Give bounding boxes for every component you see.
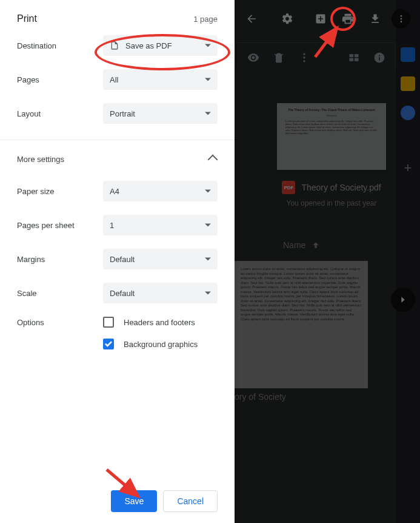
calendar-icon[interactable] <box>401 47 415 62</box>
destination-value: Save as PDF <box>125 41 172 50</box>
checkbox-empty-icon <box>103 317 114 328</box>
dialog-title: Print <box>17 13 37 24</box>
more-settings-toggle[interactable]: More settings <box>0 155 235 164</box>
destination-label: Destination <box>17 41 103 50</box>
pages-per-sheet-label: Pages per sheet <box>17 221 103 230</box>
print-icon[interactable] <box>337 8 358 30</box>
background-graphics-checkbox[interactable]: Background graphics <box>103 339 218 349</box>
paper-size-label: Paper size <box>17 187 103 196</box>
page-count: 1 page <box>193 15 218 24</box>
visibility-icon[interactable] <box>247 52 259 64</box>
chevron-down-icon <box>205 190 211 193</box>
chevron-up-icon <box>208 154 218 164</box>
page-preview: Lorem ipsum dolor sit amet, consectetur … <box>235 261 368 388</box>
open-info: You opened in the past year <box>247 199 416 208</box>
scale-select[interactable]: Default <box>103 283 218 303</box>
options-label: Options <box>17 317 103 327</box>
pages-label: Pages <box>17 75 103 84</box>
download-icon[interactable] <box>368 12 382 26</box>
chevron-down-icon <box>205 292 211 295</box>
sort-label: Name <box>283 240 305 250</box>
next-fab[interactable] <box>391 288 415 312</box>
chevron-down-icon <box>205 44 211 47</box>
doc-thumbnail: The Theory of Society: The Grand Thesis … <box>277 103 386 170</box>
doc-card: The Theory of Society: The Grand Thesis … <box>247 103 416 208</box>
info-icon[interactable] <box>373 52 385 64</box>
layout-select[interactable]: Portrait <box>103 103 218 124</box>
save-button[interactable]: Save <box>111 490 157 512</box>
svg-point-2 <box>400 21 402 22</box>
chevron-down-icon <box>205 224 211 227</box>
add-to-drive-icon[interactable] <box>313 12 327 26</box>
chevron-down-icon <box>205 78 211 81</box>
trash-icon[interactable] <box>273 52 285 64</box>
divider <box>0 140 235 140</box>
chevron-down-icon <box>205 112 211 115</box>
gear-icon[interactable] <box>280 12 294 26</box>
preview-area: + The Theory of Society: The Grand Thesi… <box>235 0 420 523</box>
more-menu-icon[interactable] <box>392 9 410 29</box>
keep-icon[interactable] <box>401 76 415 91</box>
margins-label: Margins <box>17 255 103 264</box>
destination-select[interactable]: Save as PDF <box>103 35 218 56</box>
dialog-footer: Save Cancel <box>0 479 235 523</box>
cancel-button[interactable]: Cancel <box>163 490 218 512</box>
headers-footers-label: Headers and footers <box>124 318 195 327</box>
scale-value: Default <box>110 289 135 298</box>
checkbox-checked-icon <box>103 339 114 349</box>
margins-value: Default <box>110 255 135 264</box>
pages-select[interactable]: All <box>103 69 218 90</box>
scale-label: Scale <box>17 289 103 298</box>
background-graphics-label: Background graphics <box>124 340 198 349</box>
sort-header[interactable]: Name <box>283 240 320 250</box>
paper-size-select[interactable]: A4 <box>103 181 218 201</box>
headers-footers-checkbox[interactable]: Headers and footers <box>103 317 218 328</box>
grid-view-icon[interactable] <box>348 52 360 64</box>
back-icon[interactable] <box>244 12 258 26</box>
arrow-up-icon <box>312 241 320 249</box>
side-panel-strip: + <box>396 0 420 523</box>
margins-select[interactable]: Default <box>103 249 218 269</box>
chevron-down-icon <box>205 258 211 261</box>
svg-point-0 <box>400 15 402 17</box>
pdf-badge-icon: PDF <box>282 181 295 194</box>
print-dialog: Print 1 page Destination Save as PDF Pag… <box>0 0 235 523</box>
more-settings-label: More settings <box>17 155 64 164</box>
svg-point-5 <box>303 60 305 62</box>
pages-value: All <box>110 75 118 84</box>
svg-point-1 <box>400 18 402 20</box>
svg-point-3 <box>303 53 305 55</box>
layout-value: Portrait <box>110 109 135 118</box>
document-icon <box>110 39 119 52</box>
doc-name-row: ory of Society <box>235 392 286 402</box>
doc-title: Theory of Society.pdf <box>301 183 381 192</box>
paper-size-value: A4 <box>110 187 119 196</box>
svg-point-4 <box>303 56 305 58</box>
pages-per-sheet-value: 1 <box>110 221 114 230</box>
more-vert-icon[interactable] <box>298 52 310 64</box>
doc-toolbar <box>235 42 396 72</box>
layout-label: Layout <box>17 109 103 118</box>
pages-per-sheet-select[interactable]: 1 <box>103 215 218 235</box>
